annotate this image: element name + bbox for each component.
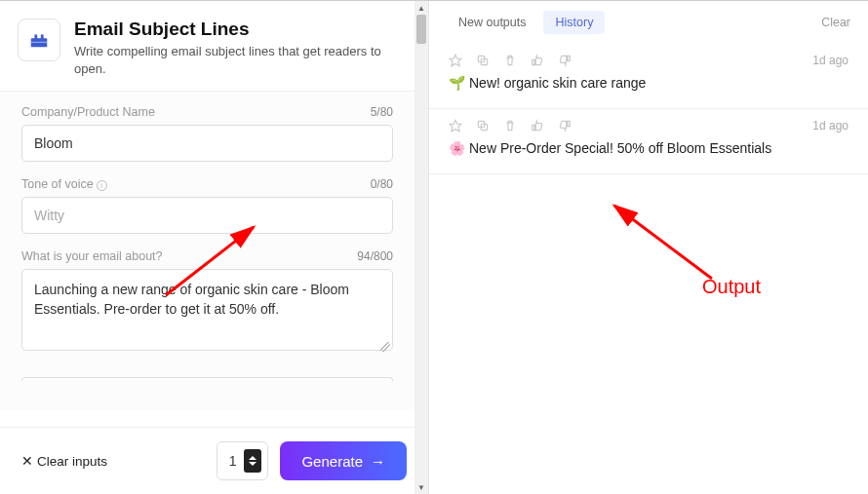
company-label: Company/Product Name <box>21 105 155 119</box>
generate-button[interactable]: Generate → <box>280 441 407 480</box>
scroll-down-icon[interactable]: ▼ <box>414 480 428 494</box>
svg-marker-4 <box>450 55 461 66</box>
scrollbar[interactable]: ▲ ▼ <box>414 1 428 494</box>
clear-outputs-button[interactable]: Clear <box>821 16 850 29</box>
page-subtitle: Write compelling email subject lines tha… <box>74 43 393 77</box>
tone-counter: 0/80 <box>371 177 393 191</box>
tab-history[interactable]: History <box>543 11 605 34</box>
tab-new-outputs[interactable]: New outputs <box>447 11 537 34</box>
company-counter: 5/80 <box>371 105 393 119</box>
trash-icon[interactable] <box>503 119 517 133</box>
output-time: 1d ago <box>812 119 848 133</box>
svg-rect-1 <box>34 35 37 40</box>
clear-inputs-button[interactable]: ✕Clear inputs <box>21 453 107 469</box>
about-textarea[interactable] <box>21 269 393 351</box>
output-card: 1d ago 🌸New Pre-Order Special! 50% off B… <box>429 109 868 174</box>
thumbs-down-icon[interactable] <box>558 54 572 67</box>
thumbs-up-icon[interactable] <box>531 54 544 67</box>
thumbs-up-icon[interactable] <box>531 119 544 133</box>
page-title: Email Subject Lines <box>74 19 393 40</box>
arrow-right-icon: → <box>371 453 385 470</box>
svg-rect-3 <box>31 42 48 43</box>
info-icon[interactable]: i <box>97 180 107 191</box>
scroll-up-icon[interactable]: ▲ <box>414 1 428 15</box>
svg-rect-2 <box>41 35 44 40</box>
resize-handle-icon[interactable] <box>380 342 390 352</box>
quantity-stepper[interactable]: 1 <box>217 441 269 480</box>
template-icon <box>18 19 60 61</box>
output-text: 🌱 New! organic skin care range <box>449 75 848 91</box>
output-card: 1d ago 🌱 New! organic skin care range <box>429 44 868 109</box>
tone-input[interactable] <box>21 197 393 234</box>
about-counter: 94/800 <box>357 249 393 263</box>
copy-icon[interactable] <box>476 54 490 67</box>
stepper-icon[interactable] <box>244 449 261 473</box>
output-text: 🌸New Pre-Order Special! 50% off Bloom Es… <box>449 140 848 156</box>
about-label: What is your email about? <box>21 249 163 263</box>
annotation-label: Output <box>702 276 761 298</box>
trash-icon[interactable] <box>503 54 517 67</box>
company-input[interactable] <box>21 125 393 162</box>
star-icon[interactable] <box>449 54 462 67</box>
tone-label: Tone of voicei <box>21 177 107 191</box>
output-time: 1d ago <box>812 54 848 67</box>
close-icon: ✕ <box>21 453 33 469</box>
svg-marker-7 <box>450 120 461 132</box>
thumbs-down-icon[interactable] <box>558 119 572 133</box>
extra-input-partial[interactable] <box>21 377 393 381</box>
quantity-value: 1 <box>229 453 237 469</box>
copy-icon[interactable] <box>476 119 490 133</box>
scroll-thumb[interactable] <box>416 15 426 44</box>
star-icon[interactable] <box>449 119 462 133</box>
